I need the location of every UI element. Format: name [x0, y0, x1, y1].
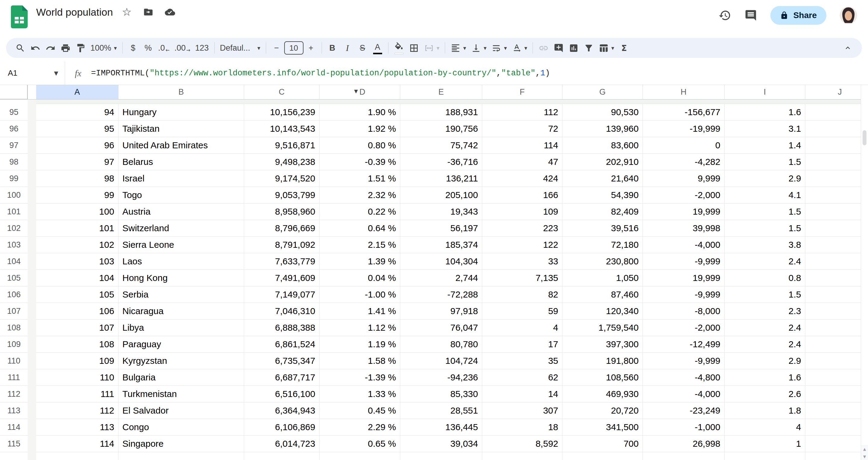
cell-H104[interactable]: -9,999	[643, 253, 724, 270]
cell-C111[interactable]: 6,687,717	[244, 369, 319, 386]
cell-E96[interactable]: 190,756	[400, 121, 482, 137]
cell-G[interactable]	[562, 452, 643, 460]
cell-I106[interactable]: 1.5	[724, 286, 805, 303]
cell-E107[interactable]: 97,918	[400, 303, 482, 319]
cell-A98[interactable]: 97	[36, 154, 119, 170]
cell-D101[interactable]: 0.22 %	[319, 204, 400, 220]
cell-H99[interactable]: 9,999	[643, 170, 724, 187]
cell-E104[interactable]: 104,304	[400, 253, 482, 270]
cell-C115[interactable]: 6,014,723	[244, 436, 319, 452]
strikethrough-button[interactable]: S	[355, 40, 370, 56]
cell-B103[interactable]: Sierra Leone	[119, 237, 244, 253]
bold-button[interactable]: B	[325, 40, 340, 56]
cell-C109[interactable]: 6,861,524	[244, 336, 319, 353]
cell-B101[interactable]: Austria	[119, 204, 244, 220]
cell-B104[interactable]: Laos	[119, 253, 244, 270]
cell-I114[interactable]: 4	[724, 419, 805, 436]
cell-J108[interactable]	[805, 319, 868, 336]
cell-F99[interactable]: 424	[482, 170, 562, 187]
cell-H100[interactable]: -2,000	[643, 187, 724, 204]
cell-G105[interactable]: 1,050	[562, 270, 643, 286]
cell-I111[interactable]: 1.6	[724, 369, 805, 386]
text-wrap-button[interactable]	[489, 40, 509, 56]
cell-D95[interactable]: 1.90 %	[319, 104, 400, 121]
cell-E115[interactable]: 39,034	[400, 436, 482, 452]
cell-I113[interactable]: 1.8	[724, 402, 805, 419]
redo-button[interactable]	[43, 40, 58, 56]
version-history-icon[interactable]	[718, 9, 731, 22]
text-color-button[interactable]: A	[370, 40, 385, 56]
row-header[interactable]: 99	[0, 170, 28, 187]
cell-I96[interactable]: 3.1	[724, 121, 805, 137]
cell-H103[interactable]: -4,000	[643, 237, 724, 253]
cell-F101[interactable]: 109	[482, 204, 562, 220]
row-header[interactable]: 110	[0, 353, 28, 369]
cell-E100[interactable]: 205,100	[400, 187, 482, 204]
cell-I112[interactable]: 2.6	[724, 386, 805, 402]
row-header[interactable]: 113	[0, 402, 28, 419]
move-folder-icon[interactable]	[143, 7, 153, 17]
cell-A103[interactable]: 102	[36, 237, 119, 253]
cell-E99[interactable]: 136,211	[400, 170, 482, 187]
row-header[interactable]: 106	[0, 286, 28, 303]
cell-I105[interactable]: 0.8	[724, 270, 805, 286]
column-header-J[interactable]: J	[805, 85, 868, 99]
cell-B96[interactable]: Tajikistan	[119, 121, 244, 137]
horizontal-align-button[interactable]	[448, 40, 469, 56]
formula-input[interactable]: =IMPORTHTML("https://www.worldometers.in…	[91, 61, 550, 85]
increase-decimals-button[interactable]: .00→	[172, 40, 193, 56]
row-header[interactable]: 114	[0, 419, 28, 436]
cell-J[interactable]	[805, 452, 868, 460]
cell-G99[interactable]: 21,640	[562, 170, 643, 187]
comments-icon[interactable]	[744, 9, 757, 22]
cell-D105[interactable]: 0.04 %	[319, 270, 400, 286]
cell-F95[interactable]: 112	[482, 104, 562, 121]
cell-C108[interactable]: 6,888,388	[244, 319, 319, 336]
cell-H105[interactable]: 19,999	[643, 270, 724, 286]
cell-H98[interactable]: -4,282	[643, 154, 724, 170]
cell-F112[interactable]: 14	[482, 386, 562, 402]
cell-J99[interactable]	[805, 170, 868, 187]
cell-B100[interactable]: Togo	[119, 187, 244, 204]
cell-G95[interactable]: 90,530	[562, 104, 643, 121]
row-header[interactable]: 115	[0, 436, 28, 452]
cell-C96[interactable]: 10,143,543	[244, 121, 319, 137]
row-header[interactable]: 100	[0, 187, 28, 204]
cell-A112[interactable]: 111	[36, 386, 119, 402]
cell-H106[interactable]: -9,999	[643, 286, 724, 303]
cell-J114[interactable]	[805, 419, 868, 436]
cell-J102[interactable]	[805, 220, 868, 237]
zoom-select[interactable]: 100%	[88, 40, 119, 56]
star-icon[interactable]: ☆	[122, 7, 132, 18]
cell-I98[interactable]: 1.5	[724, 154, 805, 170]
cell-F102[interactable]: 223	[482, 220, 562, 237]
column-header-B[interactable]: B	[119, 85, 244, 99]
cell-A107[interactable]: 106	[36, 303, 119, 319]
cell-A97[interactable]: 96	[36, 137, 119, 154]
cell-I115[interactable]: 1	[724, 436, 805, 452]
cell-A100[interactable]: 99	[36, 187, 119, 204]
row-header[interactable]: 105	[0, 270, 28, 286]
cell-C114[interactable]: 6,106,869	[244, 419, 319, 436]
cell-G97[interactable]: 83,600	[562, 137, 643, 154]
cell-F96[interactable]: 72	[482, 121, 562, 137]
cell-D102[interactable]: 0.64 %	[319, 220, 400, 237]
name-box[interactable]: A1 ▼	[0, 61, 65, 85]
row-header[interactable]: 111	[0, 369, 28, 386]
cell-C100[interactable]: 9,053,799	[244, 187, 319, 204]
search-menus-button[interactable]	[13, 40, 28, 56]
select-all-corner[interactable]	[0, 85, 28, 99]
cell-G107[interactable]: 120,340	[562, 303, 643, 319]
cell-D110[interactable]: 1.58 %	[319, 353, 400, 369]
cell-G101[interactable]: 82,409	[562, 204, 643, 220]
cell-G108[interactable]: 1,759,540	[562, 319, 643, 336]
cell-F111[interactable]: 62	[482, 369, 562, 386]
cell-F104[interactable]: 33	[482, 253, 562, 270]
cell-B111[interactable]: Bulgaria	[119, 369, 244, 386]
cell-F[interactable]	[482, 452, 562, 460]
column-header-A[interactable]: A	[36, 85, 119, 99]
cell-A104[interactable]: 103	[36, 253, 119, 270]
functions-button[interactable]: Σ	[617, 40, 632, 56]
cell-B99[interactable]: Israel	[119, 170, 244, 187]
cell-C97[interactable]: 9,516,871	[244, 137, 319, 154]
